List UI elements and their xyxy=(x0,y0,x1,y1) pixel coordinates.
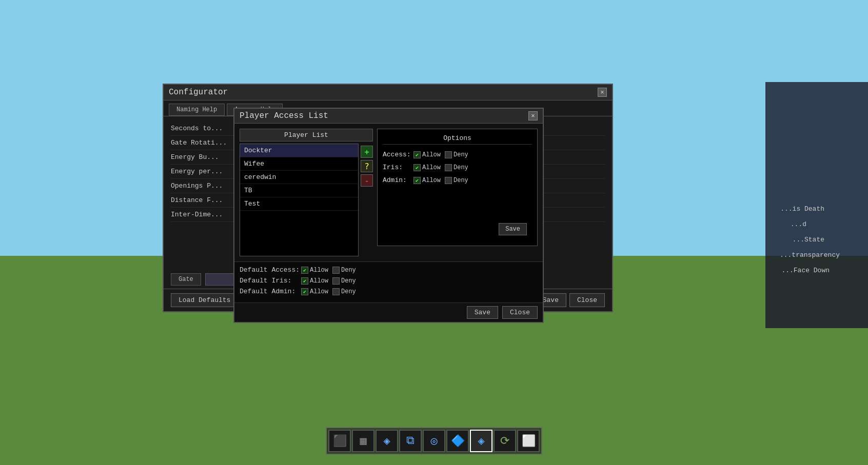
default-iris-label: Default Iris: xyxy=(240,277,301,285)
help-player-button[interactable]: ? xyxy=(361,160,373,172)
hotbar-slot-6-icon: 🔷 xyxy=(451,434,465,448)
options-section: Options Access: ✔ Allow Deny xyxy=(377,129,538,246)
hotbar-slot-7[interactable]: ◈ xyxy=(470,430,492,452)
default-access-deny-icon xyxy=(332,267,340,274)
options-save-button[interactable]: Save xyxy=(499,223,527,235)
pal-close-button[interactable]: × xyxy=(528,111,538,120)
player-item-wifee[interactable]: Wifee xyxy=(240,157,358,171)
option-iris-label: Iris: xyxy=(383,164,413,171)
default-admin-label: Default Admin: xyxy=(240,288,301,295)
bg-text-facedown: ...Face Down xyxy=(781,267,830,274)
default-iris-checkbox-group: ✔ Allow Deny xyxy=(301,277,356,285)
configurator-close-footer-button[interactable]: Close xyxy=(569,293,605,307)
access-checkbox-group: ✔ Allow Deny xyxy=(413,151,468,158)
hotbar-slot-7-icon: ◈ xyxy=(478,434,484,448)
pal-dialog-close-button[interactable]: Close xyxy=(502,306,538,319)
default-access-allow-icon: ✔ xyxy=(301,267,308,274)
option-admin-label: Admin: xyxy=(383,176,413,184)
player-list-items: Dockter Wifee ceredwin TB Test xyxy=(240,144,359,256)
pal-titlebar: Player Access List × xyxy=(234,109,543,124)
pal-title: Player Access List xyxy=(240,111,328,120)
option-row-access: Access: ✔ Allow Deny xyxy=(383,151,532,158)
options-wrapper: Options Access: ✔ Allow Deny xyxy=(377,129,538,256)
player-list-container: Dockter Wifee ceredwin TB Test + ? - xyxy=(240,144,373,256)
hotbar-slot-8-icon: ⟳ xyxy=(500,434,509,448)
bg-text-d: ...d xyxy=(791,220,806,228)
player-list-buttons: + ? - xyxy=(361,144,373,256)
iris-checkbox-group: ✔ Allow Deny xyxy=(413,164,468,171)
default-admin-deny-checkbox[interactable]: Deny xyxy=(332,288,356,295)
hotbar-slot-2[interactable]: ▦ xyxy=(352,430,374,452)
default-access-allow-checkbox[interactable]: ✔ Allow xyxy=(301,267,328,274)
configurator-title: Configurator xyxy=(169,88,228,97)
tab-naming-help[interactable]: Naming Help xyxy=(169,104,225,116)
player-item-dockter[interactable]: Dockter xyxy=(240,144,358,157)
hotbar-slot-5-icon: ◎ xyxy=(430,434,437,448)
default-access-row: Default Access: ✔ Allow Deny xyxy=(240,266,538,274)
option-access-label: Access: xyxy=(383,151,413,158)
admin-allow-checkbox[interactable]: ✔ Allow xyxy=(413,177,441,184)
default-iris-row: Default Iris: ✔ Allow Deny xyxy=(240,277,538,285)
hotbar: ⬛ ▦ ◈ ⧉ ◎ 🔷 ◈ ⟳ ⬜ xyxy=(326,427,542,455)
iris-deny-checkbox[interactable]: Deny xyxy=(445,164,468,171)
configurator-close-button[interactable]: × xyxy=(598,88,607,97)
load-defaults-button[interactable]: Load Defaults xyxy=(171,293,238,307)
access-deny-check-icon xyxy=(445,151,452,158)
access-deny-checkbox[interactable]: Deny xyxy=(445,151,468,158)
default-iris-deny-checkbox[interactable]: Deny xyxy=(332,277,356,285)
iris-deny-check-icon xyxy=(445,164,452,171)
hotbar-slot-3-icon: ◈ xyxy=(383,434,390,448)
bg-text-iris-death: ...is Death xyxy=(780,205,824,213)
iris-allow-check-icon: ✔ xyxy=(413,164,421,171)
default-access-deny-checkbox[interactable]: Deny xyxy=(332,267,356,274)
hotbar-slot-3[interactable]: ◈ xyxy=(376,430,398,452)
iris-allow-checkbox[interactable]: ✔ Allow xyxy=(413,164,441,171)
access-allow-check-icon: ✔ xyxy=(413,151,421,158)
hotbar-slot-4[interactable]: ⧉ xyxy=(399,430,422,452)
hotbar-slot-9[interactable]: ⬜ xyxy=(517,430,540,452)
player-item-test[interactable]: Test xyxy=(240,197,358,211)
remove-player-button[interactable]: - xyxy=(361,174,373,187)
admin-checkbox-group: ✔ Allow Deny xyxy=(413,177,468,184)
hotbar-slot-9-icon: ⬜ xyxy=(522,434,536,448)
default-iris-allow-checkbox[interactable]: ✔ Allow xyxy=(301,277,328,285)
default-admin-checkbox-group: ✔ Allow Deny xyxy=(301,288,356,295)
pal-dialog: Player Access List × Player List Dockter… xyxy=(233,108,544,323)
default-admin-allow-checkbox[interactable]: ✔ Allow xyxy=(301,288,328,295)
player-item-tb[interactable]: TB xyxy=(240,184,358,197)
access-allow-checkbox[interactable]: ✔ Allow xyxy=(413,151,441,158)
default-admin-allow-icon: ✔ xyxy=(301,288,308,295)
options-header: Options xyxy=(383,134,532,145)
default-iris-deny-icon xyxy=(332,277,340,285)
default-access-label: Default Access: xyxy=(240,266,301,274)
hotbar-slot-6[interactable]: 🔷 xyxy=(446,430,469,452)
admin-deny-checkbox[interactable]: Deny xyxy=(445,177,468,184)
pal-defaults: Default Access: ✔ Allow Deny Default Iri… xyxy=(234,261,543,302)
pal-body: Player List Dockter Wifee ceredwin TB Te… xyxy=(234,124,543,261)
hotbar-slot-1[interactable]: ⬛ xyxy=(328,430,351,452)
hotbar-slot-2-icon: ▦ xyxy=(360,434,366,448)
admin-allow-check-icon: ✔ xyxy=(413,177,421,184)
gate-tab-button[interactable]: Gate xyxy=(171,273,201,286)
player-item-ceredwin[interactable]: ceredwin xyxy=(240,171,358,184)
hotbar-slot-5[interactable]: ◎ xyxy=(423,430,445,452)
bg-text-state: ...State xyxy=(793,236,824,244)
hotbar-slot-1-icon: ⬛ xyxy=(333,434,347,448)
option-row-iris: Iris: ✔ Allow Deny xyxy=(383,164,532,171)
pal-save-button[interactable]: Save xyxy=(467,306,498,319)
hotbar-slot-8[interactable]: ⟳ xyxy=(494,430,516,452)
admin-deny-check-icon xyxy=(445,177,452,184)
configurator-titlebar: Configurator × xyxy=(164,85,612,100)
add-player-button[interactable]: + xyxy=(361,146,373,158)
default-admin-deny-icon xyxy=(332,288,340,295)
hotbar-slot-4-icon: ⧉ xyxy=(406,434,415,448)
player-list-section: Player List Dockter Wifee ceredwin TB Te… xyxy=(240,129,373,256)
bg-text-transparency: ...transparency xyxy=(780,251,840,259)
pal-footer: Save Close xyxy=(234,302,543,322)
player-list-header: Player List xyxy=(240,129,373,141)
default-iris-allow-icon: ✔ xyxy=(301,277,308,285)
default-access-checkbox-group: ✔ Allow Deny xyxy=(301,267,356,274)
default-admin-row: Default Admin: ✔ Allow Deny xyxy=(240,288,538,295)
option-row-admin: Admin: ✔ Allow Deny xyxy=(383,176,532,184)
